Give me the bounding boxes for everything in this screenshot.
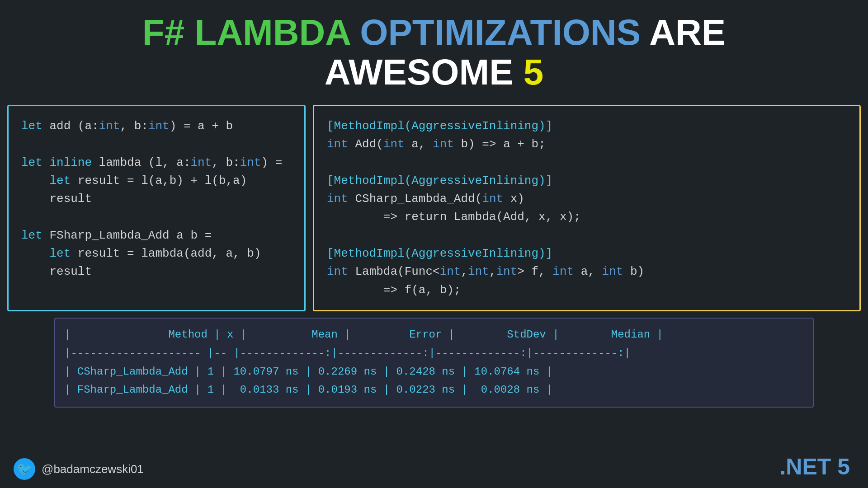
csharp-code-panel: [MethodImpl(AggressiveInlining)] int Add… — [313, 105, 861, 311]
fsharp-code-panel: let add (a:int, b:int) = a + b let inlin… — [7, 105, 306, 311]
footer: 🐦 @badamczewski01 — [14, 458, 144, 480]
code-panels: let add (a:int, b:int) = a + b let inlin… — [0, 105, 868, 311]
net-label: .NET — [779, 454, 837, 479]
csharp-code: [MethodImpl(AggressiveInlining)] int Add… — [327, 117, 847, 299]
net-badge: .NET 5 — [779, 454, 850, 480]
title-are: ARE — [649, 12, 726, 52]
fsharp-code: let add (a:int, b:int) = a + b let inlin… — [21, 117, 292, 281]
title-section: F# LAMBDA OPTIMIZATIONS ARE AWESOME 5 — [0, 0, 868, 101]
twitter-icon: 🐦 — [14, 458, 35, 480]
title-line1: F# LAMBDA OPTIMIZATIONS ARE — [18, 13, 850, 52]
title-optimizations: OPTIMIZATIONS — [360, 12, 649, 52]
title-lambda: LAMBDA — [194, 12, 360, 52]
twitter-handle: @badamczewski01 — [42, 462, 144, 476]
net-version: 5 — [837, 454, 850, 479]
title-awesome: AWESOME — [325, 52, 524, 92]
benchmark-table: | Method | x | Mean | Error | StdDev | M… — [64, 326, 804, 399]
title-five: 5 — [524, 52, 544, 92]
title-fsharp: F# — [142, 12, 195, 52]
benchmark-section: | Method | x | Mean | Error | StdDev | M… — [54, 318, 814, 408]
title-line2: AWESOME 5 — [18, 52, 850, 92]
